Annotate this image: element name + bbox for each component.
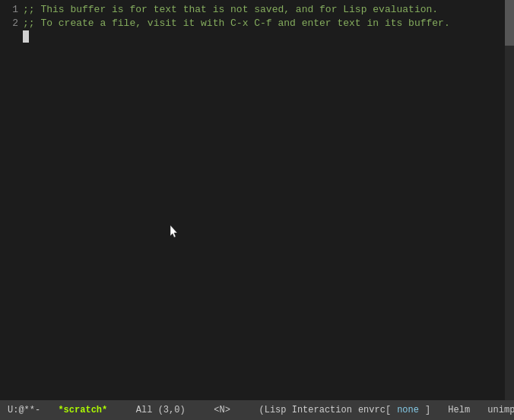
status-spacer-2 [110, 400, 133, 420]
status-env-value: none [394, 400, 422, 420]
status-ug: U:@**- [5, 400, 43, 420]
mouse-pointer [170, 225, 179, 239]
scrollbar-thumb[interactable] [505, 0, 514, 46]
line-text-2: ;; To create a file, visit it with C-x C… [23, 17, 450, 30]
status-spacer-3 [189, 400, 211, 420]
status-mode: (Lisp Interaction [255, 400, 354, 420]
status-helm: Helm [445, 400, 473, 420]
status-spacer-5 [433, 400, 445, 420]
svg-marker-0 [170, 225, 177, 237]
editor-line-1: 1 ;; This buffer is for text that is not… [5, 3, 500, 17]
status-spacer-4 [233, 400, 256, 420]
line-number-1: 1 [5, 3, 18, 17]
scrollbar[interactable] [505, 0, 514, 400]
status-spacer-1 [43, 400, 55, 420]
line-number-2: 2 [5, 17, 18, 30]
status-unimp: unimp [484, 400, 514, 420]
status-narrow: <N> [211, 400, 233, 420]
status-env-label: envrc[ [355, 400, 394, 420]
line-text-1: ;; This buffer is for text that is not s… [23, 3, 438, 17]
status-buffer-name[interactable]: *scratch* [55, 400, 110, 420]
text-cursor [23, 30, 29, 43]
line-content[interactable]: 1 ;; This buffer is for text that is not… [0, 0, 505, 400]
status-env-close: ] [422, 400, 433, 420]
editor-area[interactable]: 1 ;; This buffer is for text that is not… [0, 0, 514, 400]
status-bar: U:@**- *scratch* All (3,0) <N> (Lisp Int… [0, 400, 514, 420]
cursor-line [5, 30, 500, 43]
status-position: All (3,0) [133, 400, 189, 420]
status-spacer-6 [473, 400, 484, 420]
editor-line-2: 2 ;; To create a file, visit it with C-x… [5, 17, 500, 30]
